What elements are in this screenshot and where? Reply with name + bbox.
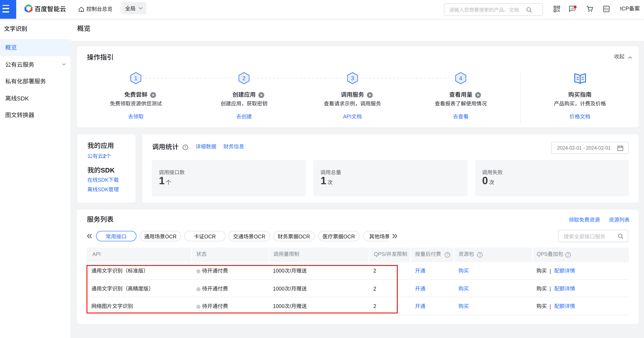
svg-text:1: 1 <box>134 75 138 81</box>
svg-text:?: ? <box>184 145 186 149</box>
svg-text:4: 4 <box>459 75 462 81</box>
svg-text:2: 2 <box>242 75 246 81</box>
svg-text:?: ? <box>567 253 569 257</box>
svg-text:?: ? <box>446 253 448 257</box>
svg-text:3: 3 <box>351 75 354 81</box>
svg-text:?: ? <box>479 253 481 257</box>
svg-text:En: En <box>604 7 608 11</box>
